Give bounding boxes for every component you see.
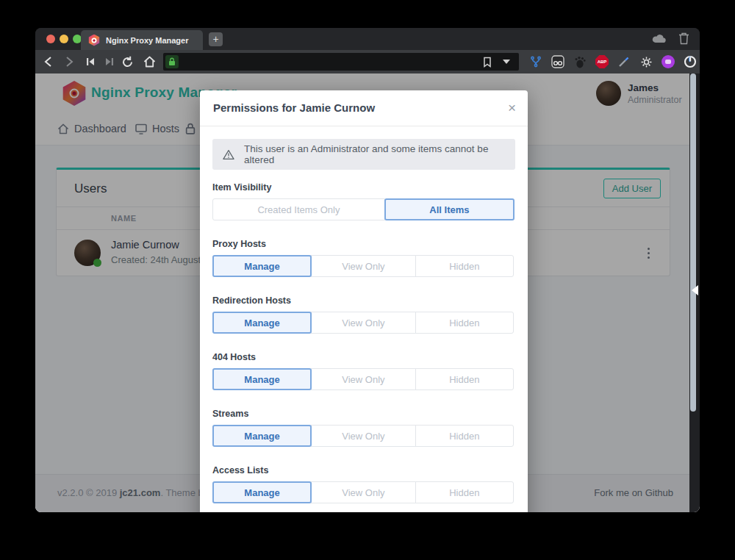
item-visibility-group: Created Items OnlyAll Items — [212, 198, 515, 220]
cloud-icon[interactable] — [652, 34, 667, 43]
minimize-window-button[interactable] — [60, 35, 68, 43]
streams-group: ManageView OnlyHidden — [212, 425, 515, 447]
close-icon[interactable]: × — [508, 99, 516, 117]
extension-stylus-icon[interactable] — [617, 55, 631, 68]
alert-text: This user is an Administrator and some i… — [244, 143, 505, 165]
proxy-hosts-hidden-button[interactable]: Hidden — [415, 255, 514, 277]
redirection-hosts-label: Redirection Hosts — [212, 295, 515, 306]
extension-fork-icon[interactable] — [529, 55, 542, 68]
edge-arrow-indicator — [692, 285, 698, 295]
redirection-hosts-view-only-button[interactable]: View Only — [311, 312, 416, 334]
access-lists-manage-button[interactable]: Manage — [212, 481, 312, 503]
new-tab-button[interactable]: + — [209, 32, 223, 46]
warning-triangle-icon — [223, 149, 234, 160]
extension-mask-icon[interactable] — [551, 55, 564, 68]
screen: Nginx Proxy Manager + — [0, 0, 735, 560]
tab-favicon-icon — [88, 35, 100, 46]
browser-toolbar: ABP — [35, 50, 700, 73]
extension-power-icon[interactable] — [684, 55, 697, 68]
404-hosts-label: 404 Hosts — [212, 352, 515, 362]
modal-title: Permissions for Jamie Curnow — [213, 101, 375, 114]
extension-gnome-foot-icon[interactable] — [573, 55, 587, 68]
scrollbar-thumb[interactable] — [690, 73, 696, 412]
all-items-button[interactable]: All Items — [384, 198, 514, 220]
back-button[interactable] — [41, 55, 54, 68]
url-bar[interactable] — [163, 53, 519, 71]
skip-start-icon[interactable] — [84, 55, 97, 68]
access-lists-label: Access Lists — [212, 465, 515, 475]
streams-view-only-button[interactable]: View Only — [311, 425, 416, 447]
skip-end-icon[interactable] — [103, 55, 116, 68]
trash-icon[interactable] — [678, 32, 689, 45]
proxy-hosts-label: Proxy Hosts — [212, 239, 515, 249]
browser-tab[interactable]: Nginx Proxy Manager — [81, 30, 203, 50]
bookmark-dropdown-caret-icon[interactable] — [500, 55, 513, 68]
streams-manage-button[interactable]: Manage — [212, 425, 312, 447]
redirection-hosts-manage-button[interactable]: Manage — [212, 312, 312, 334]
scrollbar-track[interactable] — [689, 73, 700, 512]
404-hosts-manage-button[interactable]: Manage — [212, 368, 312, 390]
proxy-hosts-group: ManageView OnlyHidden — [212, 255, 515, 277]
created-items-only-button[interactable]: Created Items Only — [212, 198, 385, 220]
extension-purple-icon[interactable] — [662, 55, 675, 68]
streams-hidden-button[interactable]: Hidden — [415, 425, 514, 447]
forward-button[interactable] — [63, 55, 76, 68]
permissions-modal: Permissions for Jamie Curnow × This user… — [200, 90, 528, 512]
streams-label: Streams — [212, 409, 515, 419]
404-hosts-hidden-button[interactable]: Hidden — [415, 368, 514, 390]
extension-adblock-plus-icon[interactable]: ABP — [595, 55, 609, 68]
home-button[interactable] — [143, 55, 156, 68]
admin-warning-alert: This user is an Administrator and some i… — [212, 139, 515, 170]
access-lists-hidden-button[interactable]: Hidden — [415, 481, 514, 503]
tab-title: Nginx Proxy Manager — [106, 36, 188, 45]
reload-button[interactable] — [121, 55, 134, 68]
redirection-hosts-group: ManageView OnlyHidden — [212, 312, 515, 334]
close-window-button[interactable] — [46, 35, 55, 43]
modal-header: Permissions for Jamie Curnow × — [200, 90, 528, 126]
extension-gear-icon[interactable] — [639, 55, 653, 68]
proxy-hosts-view-only-button[interactable]: View Only — [311, 255, 416, 277]
access-lists-view-only-button[interactable]: View Only — [311, 481, 416, 503]
redirection-hosts-hidden-button[interactable]: Hidden — [415, 312, 514, 334]
proxy-hosts-manage-button[interactable]: Manage — [212, 255, 312, 277]
browser-window: Nginx Proxy Manager + — [35, 28, 700, 512]
item-visibility-label: Item Visibility — [212, 182, 515, 193]
browser-titlebar: Nginx Proxy Manager + — [35, 28, 700, 50]
modal-body: This user is an Administrator and some i… — [200, 126, 528, 512]
bookmark-icon[interactable] — [481, 55, 494, 68]
browser-viewport: Nginx Proxy Manager James Administrator … — [35, 73, 700, 512]
access-lists-group: ManageView OnlyHidden — [212, 481, 515, 503]
https-lock-icon[interactable] — [165, 55, 179, 68]
404-hosts-view-only-button[interactable]: View Only — [311, 368, 416, 390]
404-hosts-group: ManageView OnlyHidden — [212, 368, 515, 390]
